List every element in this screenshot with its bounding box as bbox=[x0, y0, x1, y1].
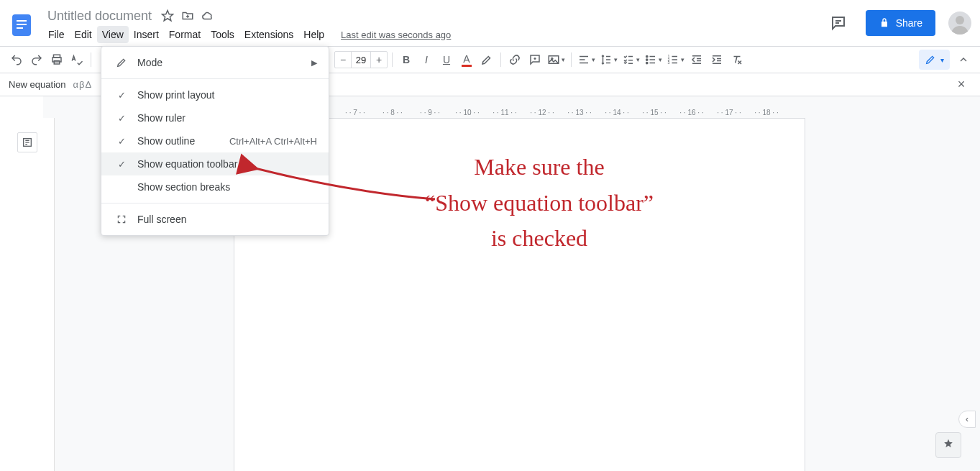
svg-point-7 bbox=[956, 16, 964, 24]
check-icon: ✓ bbox=[113, 136, 130, 147]
italic-button[interactable]: I bbox=[417, 50, 436, 69]
checklist-button[interactable] bbox=[620, 50, 641, 69]
check-icon: ✓ bbox=[113, 113, 130, 124]
show-side-panel-button[interactable]: ‹ bbox=[958, 411, 976, 428]
align-button[interactable] bbox=[576, 50, 597, 69]
bulleted-list-button[interactable] bbox=[643, 50, 664, 69]
font-size-increase[interactable]: + bbox=[371, 54, 387, 65]
view-menu-dropdown: Mode ▶ ✓ Show print layout ✓ Show ruler … bbox=[101, 46, 329, 236]
menu-help[interactable]: Help bbox=[298, 26, 329, 43]
view-mode-item[interactable]: Mode ▶ bbox=[101, 51, 329, 74]
avatar[interactable] bbox=[948, 12, 971, 35]
font-size-decrease[interactable]: − bbox=[335, 54, 351, 65]
decrease-indent-button[interactable] bbox=[687, 50, 706, 69]
undo-button[interactable] bbox=[7, 50, 26, 69]
svg-point-22 bbox=[646, 55, 648, 57]
underline-button[interactable]: U bbox=[437, 50, 456, 69]
insert-comment-button[interactable] bbox=[526, 50, 544, 69]
increase-indent-button[interactable] bbox=[707, 50, 726, 69]
titlebar-right: Share bbox=[824, 6, 971, 40]
equation-glyph-menu[interactable]: αβΔ bbox=[73, 79, 93, 90]
font-size-box: − 29 + bbox=[334, 51, 388, 68]
bold-button[interactable]: B bbox=[397, 50, 416, 69]
move-icon[interactable] bbox=[179, 7, 196, 24]
close-equation-toolbar[interactable]: × bbox=[951, 75, 971, 95]
svg-rect-1 bbox=[17, 20, 27, 22]
left-gutter bbox=[0, 96, 43, 471]
menu-extensions[interactable]: Extensions bbox=[239, 26, 298, 43]
view-fullscreen-item[interactable]: Full screen bbox=[101, 208, 329, 231]
check-icon: ✓ bbox=[113, 159, 130, 170]
view-outline-item[interactable]: ✓ Show outline Ctrl+Alt+A Ctrl+Alt+H bbox=[101, 129, 329, 152]
svg-point-23 bbox=[646, 59, 648, 60]
font-size-value[interactable]: 29 bbox=[351, 52, 371, 68]
share-label: Share bbox=[896, 17, 922, 29]
print-button[interactable] bbox=[47, 50, 66, 69]
toolbar-separator bbox=[91, 52, 91, 67]
svg-text:3: 3 bbox=[668, 60, 670, 65]
comments-icon[interactable] bbox=[824, 9, 853, 37]
menubar: File Edit View Insert Format Tools Exten… bbox=[43, 24, 451, 45]
explore-button[interactable] bbox=[935, 432, 961, 458]
titlebar: Untitled document File Edit View Insert … bbox=[0, 0, 980, 46]
line-spacing-button[interactable] bbox=[598, 50, 619, 69]
highlight-button[interactable] bbox=[477, 50, 496, 69]
svg-marker-4 bbox=[162, 11, 173, 21]
svg-point-24 bbox=[646, 62, 648, 63]
text-color-button[interactable]: A bbox=[457, 50, 476, 69]
mode-icon bbox=[113, 57, 130, 68]
toolbar-separator bbox=[392, 52, 393, 67]
redo-button[interactable] bbox=[27, 50, 46, 69]
svg-rect-2 bbox=[17, 24, 27, 25]
share-button[interactable]: Share bbox=[866, 10, 935, 36]
menu-separator bbox=[101, 203, 329, 204]
toolbar-separator bbox=[500, 52, 501, 67]
docs-logo[interactable] bbox=[7, 6, 36, 45]
menu-file[interactable]: File bbox=[43, 26, 70, 43]
insert-image-button[interactable] bbox=[546, 50, 567, 69]
toolbar-separator bbox=[571, 52, 572, 67]
menu-tools[interactable]: Tools bbox=[206, 26, 239, 43]
fullscreen-icon bbox=[113, 214, 130, 224]
spellcheck-button[interactable] bbox=[68, 50, 86, 69]
menu-edit[interactable]: Edit bbox=[70, 26, 97, 43]
view-section-breaks-item[interactable]: Show section breaks bbox=[101, 175, 329, 198]
document-title[interactable]: Untitled document bbox=[43, 9, 156, 24]
view-equation-toolbar-item[interactable]: ✓ Show equation toolbar bbox=[101, 152, 329, 175]
menu-view[interactable]: View bbox=[97, 26, 129, 43]
menu-format[interactable]: Format bbox=[164, 26, 206, 43]
check-icon: ✓ bbox=[113, 90, 130, 101]
menu-separator bbox=[101, 78, 329, 79]
last-edit-text[interactable]: Last edit was seconds ago bbox=[341, 29, 451, 40]
title-column: Untitled document File Edit View Insert … bbox=[43, 6, 451, 45]
submenu-arrow-icon: ▶ bbox=[311, 58, 317, 68]
cloud-status-icon[interactable] bbox=[199, 7, 216, 24]
new-equation-button[interactable]: New equation bbox=[9, 79, 66, 90]
toolbar-right: ▾ bbox=[919, 50, 973, 70]
view-ruler-item[interactable]: ✓ Show ruler bbox=[101, 106, 329, 129]
numbered-list-button[interactable]: 123 bbox=[665, 50, 686, 69]
vertical-ruler[interactable] bbox=[43, 118, 55, 471]
editing-mode-button[interactable]: ▾ bbox=[919, 50, 950, 70]
collapse-toolbar-button[interactable] bbox=[954, 50, 973, 69]
view-print-layout-item[interactable]: ✓ Show print layout bbox=[101, 83, 329, 106]
clear-formatting-button[interactable] bbox=[728, 50, 746, 69]
show-outline-button[interactable] bbox=[17, 132, 37, 152]
svg-rect-3 bbox=[17, 27, 23, 29]
pencil-icon bbox=[925, 54, 936, 65]
title-row: Untitled document bbox=[43, 6, 451, 23]
insert-link-button[interactable] bbox=[505, 50, 524, 69]
menu-insert[interactable]: Insert bbox=[129, 26, 164, 43]
lock-icon bbox=[879, 17, 890, 29]
star-icon[interactable] bbox=[159, 7, 176, 24]
